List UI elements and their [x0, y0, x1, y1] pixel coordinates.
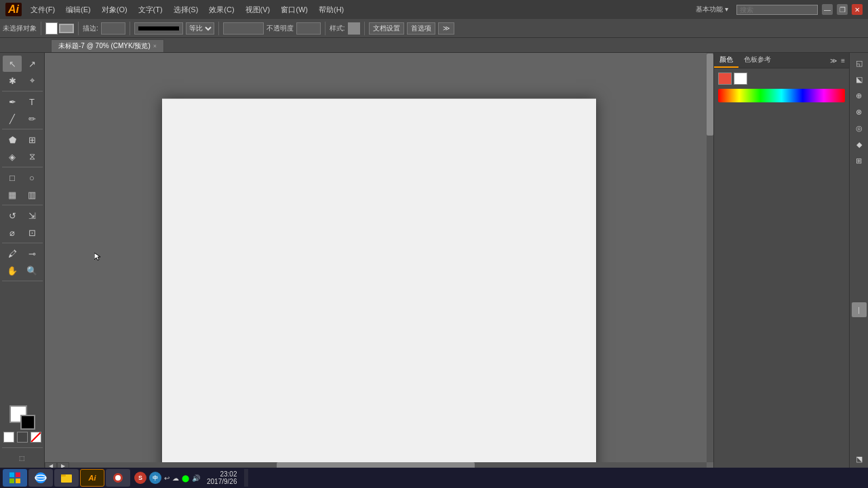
panel-menu-button[interactable]: ≡ — [840, 56, 846, 65]
taskbar-ie-button[interactable] — [28, 469, 53, 487]
blend-tool-button[interactable]: ◈ — [3, 148, 22, 165]
magic-lasso-row: ✱ ⌖ — [3, 73, 41, 89]
color-panel-content — [714, 68, 849, 109]
paintbucket-tool-button[interactable]: ⬟ — [3, 131, 22, 148]
menu-effect[interactable]: 效果(C) — [204, 3, 239, 16]
red-swatch[interactable] — [718, 73, 732, 85]
search-input[interactable] — [736, 5, 818, 15]
symbol-tool-button[interactable]: ⧖ — [22, 148, 41, 165]
style-color-box[interactable] — [348, 22, 360, 35]
mini-btn-6[interactable]: ◆ — [852, 137, 867, 152]
none-color-button[interactable] — [3, 432, 14, 443]
bar-graph-tool-button[interactable]: ▥ — [22, 186, 41, 203]
color-spectrum-bar[interactable] — [718, 89, 845, 102]
tray-extra-icon-2[interactable]: ☁ — [172, 474, 179, 482]
scale-tool-button[interactable]: ⇲ — [22, 207, 41, 224]
mini-btn-1[interactable]: ◱ — [852, 56, 867, 70]
swatches-tab[interactable]: 色板参考 — [738, 53, 776, 68]
fill-color-box[interactable] — [45, 22, 58, 35]
eyedropper-tool-button[interactable]: 🖍 — [3, 245, 22, 262]
stroke-indicator[interactable] — [20, 415, 35, 430]
free-transform-button[interactable]: ⊡ — [22, 224, 41, 241]
close-button[interactable]: ✕ — [852, 4, 863, 15]
mini-btn-5[interactable]: ◎ — [852, 121, 867, 136]
tray-extra-icon-3[interactable]: ⬤ — [182, 474, 189, 482]
vertical-scrollbar[interactable] — [707, 53, 713, 462]
mini-btn-2[interactable]: ⬕ — [852, 72, 867, 87]
svg-rect-3 — [9, 479, 14, 483]
magic-wand-tool-button[interactable]: ✱ — [3, 73, 22, 89]
nav-tools-row: ✋ 🔍 — [3, 262, 41, 279]
stroke-color-box[interactable] — [59, 24, 74, 33]
extra-toolbar-button[interactable]: ≫ — [438, 22, 454, 35]
rect-tool-button[interactable]: □ — [3, 169, 22, 186]
stroke-ratio-select[interactable]: 等比 — [186, 22, 214, 35]
mesh-tool-button[interactable]: ⊞ — [22, 131, 41, 148]
screen-mode-button[interactable]: ⬚ — [13, 450, 32, 466]
view-tools-row: ⬚ — [13, 450, 32, 466]
color-mode-button[interactable] — [17, 432, 28, 443]
doc-settings-button[interactable]: 文档设置 — [369, 22, 404, 35]
canvas-area[interactable]: ◀ ▶ — [45, 53, 713, 469]
column-tools-row: ▦ ▥ — [3, 186, 41, 203]
start-button[interactable] — [3, 469, 27, 487]
minimize-button[interactable]: — — [822, 4, 833, 15]
show-desktop-button[interactable] — [244, 469, 248, 487]
mini-btn-7[interactable]: ⊞ — [852, 153, 867, 168]
mini-btn-3[interactable]: ⊕ — [852, 88, 867, 103]
mini-btn-4[interactable]: ⊗ — [852, 104, 867, 119]
toolbar-separator-4 — [218, 22, 219, 35]
menu-window[interactable]: 窗口(W) — [276, 3, 313, 16]
opacity-value-input[interactable]: 100% — [296, 22, 321, 35]
prefs-button[interactable]: 首选项 — [407, 22, 435, 35]
menu-object[interactable]: 对象(O) — [97, 3, 132, 16]
mini-btn-bottom[interactable]: ⬔ — [852, 451, 867, 466]
menu-text[interactable]: 文字(T) — [134, 3, 167, 16]
fill-stroke-indicators — [9, 405, 35, 430]
rotate-tool-button[interactable]: ↺ — [3, 207, 22, 224]
stroke-weight-input[interactable]: 1 pt — [101, 22, 125, 35]
tray-volume-icon[interactable]: 🔊 — [192, 474, 200, 482]
column-graph-tool-button[interactable]: ▦ — [3, 186, 22, 203]
tab-close-button[interactable]: × — [153, 43, 157, 49]
no-color-button[interactable] — [31, 432, 41, 443]
line-tool-button[interactable]: ╱ — [3, 110, 22, 127]
svg-rect-4 — [16, 479, 20, 483]
tool-separator-2 — [2, 129, 43, 129]
cursor-indicator — [94, 253, 102, 261]
sougou-tray-icon[interactable]: S — [134, 472, 146, 484]
type-tool-button[interactable]: T — [22, 94, 41, 110]
hand-tool-button[interactable]: ✋ — [3, 262, 22, 279]
input-method-tray-icon[interactable]: 中 — [149, 472, 161, 484]
mini-scroll-thumb[interactable]: | — [852, 302, 867, 317]
ellipse-tool-button[interactable]: ○ — [22, 169, 41, 186]
menu-edit[interactable]: 编辑(E) — [61, 3, 96, 16]
taskbar-ai-button[interactable]: Ai — [80, 469, 104, 487]
style-label: 样式: — [330, 24, 345, 33]
document-tab[interactable]: 未标题-7 @ 70% (CMYK/预览) × — [51, 39, 164, 52]
pencil-tool-button[interactable]: ✏ — [22, 110, 41, 127]
pen-tools-row: ✒ T — [3, 94, 41, 110]
panel-expand-button[interactable]: ≫ — [829, 56, 838, 65]
menu-file[interactable]: 文件(F) — [26, 3, 60, 16]
color-tab[interactable]: 颜色 — [714, 53, 738, 68]
lasso-tool-button[interactable]: ⌖ — [22, 73, 41, 89]
pen-tool-button[interactable]: ✒ — [3, 94, 22, 110]
white-swatch[interactable] — [734, 73, 747, 85]
menu-view[interactable]: 视图(V) — [241, 3, 275, 16]
direct-selection-tool-button[interactable]: ↗ — [22, 56, 41, 72]
maximize-button[interactable]: ❐ — [837, 4, 848, 15]
basic-func-dropdown[interactable]: 基本功能 ▾ — [696, 5, 728, 14]
warp-tool-button[interactable]: ⌀ — [3, 224, 22, 241]
menu-select[interactable]: 选择(S) — [169, 3, 203, 16]
selection-tool-button[interactable]: ↖ — [3, 56, 22, 72]
zoom-tool-button[interactable]: 🔍 — [22, 262, 41, 279]
stroke-style-preview[interactable] — [134, 22, 183, 35]
tab-name: 未标题-7 @ 70% (CMYK/预览) — [58, 41, 151, 51]
tray-extra-icon-1[interactable]: ↩ — [164, 474, 170, 482]
taskbar-extra-button[interactable] — [106, 469, 130, 487]
menu-help[interactable]: 帮助(H) — [314, 3, 349, 16]
vertical-scroll-thumb[interactable] — [707, 54, 713, 136]
taskbar-file-explorer-button[interactable] — [54, 469, 79, 487]
measure-tool-button[interactable]: ⊸ — [22, 245, 41, 262]
